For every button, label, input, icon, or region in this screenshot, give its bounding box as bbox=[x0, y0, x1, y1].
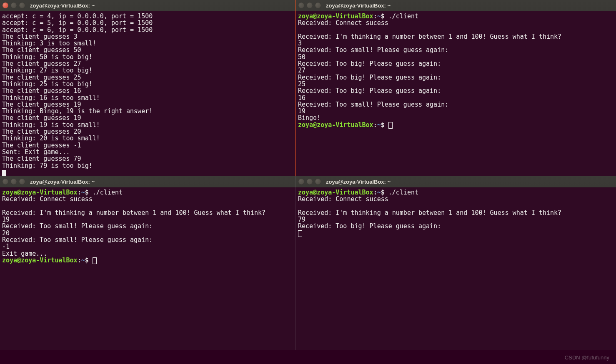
minimize-icon[interactable] bbox=[11, 2, 17, 8]
terminal-grid: zoya@zoya-VirtualBox: ~ accept: c = 4, i… bbox=[0, 0, 616, 350]
watermark: CSDN @fufufunny bbox=[565, 354, 609, 361]
titlebar[interactable]: zoya@zoya-VirtualBox: ~ bbox=[0, 0, 296, 11]
minimize-icon[interactable] bbox=[11, 179, 17, 184]
window-title: zoya@zoya-VirtualBox: ~ bbox=[30, 179, 95, 185]
splitter-vertical[interactable] bbox=[295, 0, 296, 176]
terminal-output[interactable]: zoya@zoya-VirtualBox:~$ ./client Receive… bbox=[296, 11, 616, 176]
splitter-vertical[interactable] bbox=[295, 176, 296, 350]
pane-bottom-left: zoya@zoya-VirtualBox: ~ zoya@zoya-Virtua… bbox=[0, 176, 296, 350]
titlebar[interactable]: zoya@zoya-VirtualBox: ~ bbox=[296, 0, 616, 11]
pane-top-right: zoya@zoya-VirtualBox: ~ zoya@zoya-Virtua… bbox=[296, 0, 616, 176]
titlebar[interactable]: zoya@zoya-VirtualBox: ~ bbox=[0, 176, 296, 187]
maximize-icon[interactable] bbox=[19, 2, 25, 8]
maximize-icon[interactable] bbox=[315, 2, 321, 8]
window-title: zoya@zoya-VirtualBox: ~ bbox=[326, 2, 391, 9]
minimize-icon[interactable] bbox=[307, 179, 313, 184]
maximize-icon[interactable] bbox=[19, 179, 25, 184]
maximize-icon[interactable] bbox=[315, 179, 321, 184]
close-icon[interactable] bbox=[298, 179, 304, 184]
pane-top-left: zoya@zoya-VirtualBox: ~ accept: c = 4, i… bbox=[0, 0, 296, 176]
window-title: zoya@zoya-VirtualBox: ~ bbox=[326, 179, 391, 185]
minimize-icon[interactable] bbox=[307, 2, 313, 8]
pane-bottom-right: zoya@zoya-VirtualBox: ~ zoya@zoya-Virtua… bbox=[296, 176, 616, 350]
close-icon[interactable] bbox=[3, 2, 8, 8]
titlebar[interactable]: zoya@zoya-VirtualBox: ~ bbox=[296, 176, 616, 187]
window-title: zoya@zoya-VirtualBox: ~ bbox=[30, 2, 95, 9]
terminal-output[interactable]: zoya@zoya-VirtualBox:~$ ./client Receive… bbox=[296, 187, 616, 350]
close-icon[interactable] bbox=[298, 2, 304, 8]
terminal-output[interactable]: accept: c = 4, ip = 0.0.0.0, port = 1500… bbox=[0, 11, 296, 176]
terminal-output[interactable]: zoya@zoya-VirtualBox:~$ ./client Receive… bbox=[0, 187, 296, 350]
close-icon[interactable] bbox=[3, 179, 8, 184]
